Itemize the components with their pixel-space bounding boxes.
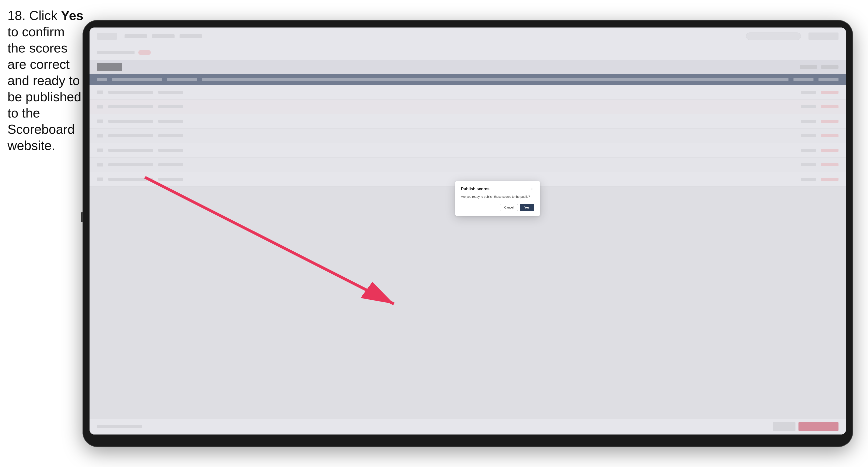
instruction-text: 18. Click Yes to confirm the scores are … [7,7,85,154]
step-number: 18. [7,8,26,23]
instruction-yes-emphasis: Yes [61,8,84,23]
modal-header: Publish scores × [461,187,534,191]
tablet-screen: Publish scores × Are you ready to publis… [90,28,846,435]
instruction-prefix: Click [29,8,61,23]
publish-scores-dialog: Publish scores × Are you ready to publis… [455,181,540,216]
modal-footer: Cancel Yes [461,204,534,211]
tablet-device: Publish scores × Are you ready to publis… [83,20,853,447]
instruction-suffix: to confirm the scores are correct and re… [7,25,81,153]
tablet-side-button [81,212,83,222]
modal-overlay [90,28,846,435]
modal-title: Publish scores [461,187,490,191]
tablet-wrapper: Publish scores × Are you ready to publis… [83,20,853,447]
modal-close-button[interactable]: × [529,187,534,191]
modal-cancel-button[interactable]: Cancel [500,204,518,211]
modal-body-text: Are you ready to publish these scores to… [461,194,534,199]
modal-yes-button[interactable]: Yes [520,204,534,211]
